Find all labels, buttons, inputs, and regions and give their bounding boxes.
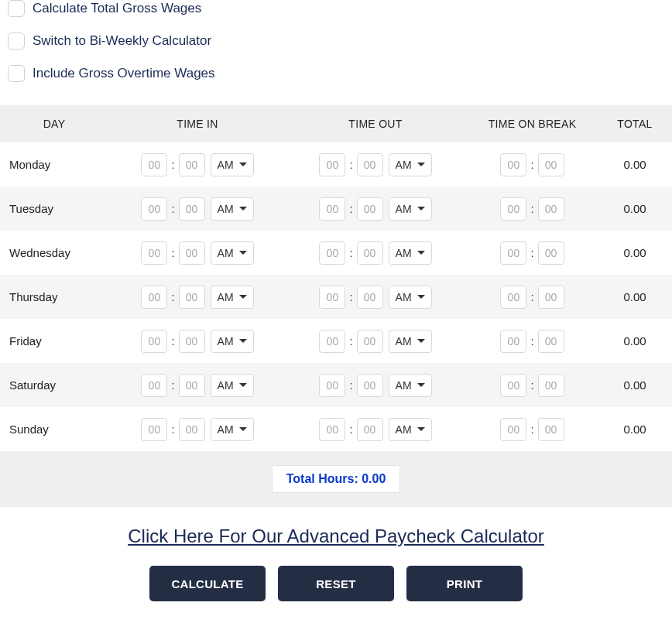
time-out-cell: : AM [286, 241, 465, 265]
header-timeout: TIME OUT [286, 118, 465, 130]
table-row: Saturday : AM : AM : 0.00 [0, 363, 672, 407]
time-in-ampm-select[interactable]: AM [211, 374, 254, 397]
time-out-hour-input[interactable] [319, 153, 345, 176]
row-total-value: 0.00 [623, 378, 646, 392]
reset-button[interactable]: RESET [278, 566, 394, 601]
print-button[interactable]: PRINT [406, 566, 523, 601]
time-in-hour-input[interactable] [141, 330, 167, 353]
time-out-minute-input[interactable] [357, 197, 383, 221]
colon: : [530, 202, 534, 215]
break-hour-input[interactable] [500, 374, 526, 397]
chevron-down-icon [417, 163, 425, 166]
checkbox-include-overtime[interactable] [8, 65, 25, 82]
break-minute-input[interactable] [538, 241, 564, 265]
time-in-minute-input[interactable] [179, 197, 205, 221]
time-in-minute-input[interactable] [179, 330, 205, 353]
time-in-ampm-select[interactable]: AM [211, 418, 254, 441]
colon: : [530, 158, 534, 171]
time-out-ampm-select[interactable]: AM [389, 374, 432, 397]
time-out-hour-input[interactable] [319, 330, 345, 353]
checkbox-calc-gross[interactable] [8, 0, 25, 17]
chevron-down-icon [417, 383, 425, 387]
time-out-cell: : AM [286, 374, 465, 397]
break-cell: : [465, 330, 600, 353]
time-out-ampm-select[interactable]: AM [389, 330, 432, 353]
time-in-minute-input[interactable] [179, 153, 205, 176]
colon: : [170, 378, 175, 392]
time-in-minute-input[interactable] [179, 418, 205, 441]
time-in-ampm-select[interactable]: AM [211, 153, 254, 176]
advanced-calculator-link[interactable]: Click Here For Our Advanced Paycheck Cal… [128, 525, 544, 546]
time-out-cell: : AM [286, 197, 465, 221]
time-out-ampm-select[interactable]: AM [389, 153, 432, 176]
time-in-ampm-select[interactable]: AM [211, 197, 254, 221]
break-hour-input[interactable] [500, 153, 526, 176]
time-out-minute-input[interactable] [357, 153, 383, 176]
colon: : [348, 158, 353, 171]
time-out-ampm-select[interactable]: AM [389, 286, 432, 309]
time-in-minute-input[interactable] [179, 374, 205, 397]
time-out-ampm-select[interactable]: AM [389, 197, 432, 221]
break-minute-input[interactable] [538, 286, 564, 309]
time-in-cell: : AM [108, 286, 286, 309]
time-out-minute-input[interactable] [357, 286, 383, 309]
time-out-ampm-select[interactable]: AM [389, 418, 432, 441]
row-total-value: 0.00 [623, 290, 646, 303]
break-minute-input[interactable] [538, 153, 564, 176]
time-out-hour-input[interactable] [319, 241, 345, 265]
advanced-link-section: Click Here For Our Advanced Paycheck Cal… [0, 507, 672, 561]
time-out-hour-input[interactable] [319, 286, 345, 309]
time-in-minute-input[interactable] [179, 286, 205, 309]
break-hour-input[interactable] [500, 241, 526, 265]
day-name: Thursday [0, 290, 108, 303]
ampm-value: AM [218, 335, 234, 347]
time-out-ampm-select[interactable]: AM [389, 241, 432, 265]
header-total: TOTAL [600, 118, 670, 130]
checkbox-switch-biweekly[interactable] [8, 33, 25, 50]
ampm-value: AM [396, 247, 412, 259]
time-in-hour-input[interactable] [141, 241, 167, 265]
break-minute-input[interactable] [538, 197, 564, 221]
row-total-cell: 0.00 [600, 290, 670, 303]
time-out-cell: : AM [286, 153, 465, 176]
time-in-hour-input[interactable] [141, 286, 167, 309]
calculate-button[interactable]: CALCULATE [149, 566, 266, 601]
chevron-down-icon [417, 427, 425, 431]
break-minute-input[interactable] [538, 418, 564, 441]
ampm-value: AM [396, 423, 412, 436]
time-in-hour-input[interactable] [141, 153, 167, 176]
time-out-hour-input[interactable] [319, 197, 345, 221]
colon: : [530, 334, 534, 347]
day-name: Saturday [0, 378, 108, 392]
ampm-value: AM [396, 291, 412, 303]
time-in-ampm-select[interactable]: AM [211, 241, 254, 265]
row-total-cell: 0.00 [600, 202, 670, 215]
time-in-ampm-select[interactable]: AM [211, 330, 254, 353]
time-in-hour-input[interactable] [141, 197, 167, 221]
break-minute-input[interactable] [538, 330, 564, 353]
break-hour-input[interactable] [500, 197, 526, 221]
time-out-minute-input[interactable] [357, 330, 383, 353]
time-in-hour-input[interactable] [141, 418, 167, 441]
break-hour-input[interactable] [500, 330, 526, 353]
break-hour-input[interactable] [500, 286, 526, 309]
action-buttons: CALCULATE RESET PRINT [0, 561, 672, 617]
break-hour-input[interactable] [500, 418, 526, 441]
time-out-minute-input[interactable] [357, 418, 383, 441]
time-out-cell: : AM [286, 418, 465, 441]
colon: : [530, 378, 534, 392]
options-panel: Calculate Total Gross Wages Switch to Bi… [0, 0, 672, 105]
label-switch-biweekly: Switch to Bi-Weekly Calculator [33, 33, 211, 49]
time-in-ampm-select[interactable]: AM [211, 286, 254, 309]
time-out-cell: : AM [286, 286, 465, 309]
break-minute-input[interactable] [538, 374, 564, 397]
break-cell: : [465, 153, 600, 176]
time-out-hour-input[interactable] [319, 374, 345, 397]
colon: : [348, 246, 353, 259]
time-out-minute-input[interactable] [357, 374, 383, 397]
time-in-minute-input[interactable] [179, 241, 205, 265]
time-out-hour-input[interactable] [319, 418, 345, 441]
ampm-value: AM [396, 203, 412, 215]
time-out-minute-input[interactable] [357, 241, 383, 265]
time-in-hour-input[interactable] [141, 374, 167, 397]
